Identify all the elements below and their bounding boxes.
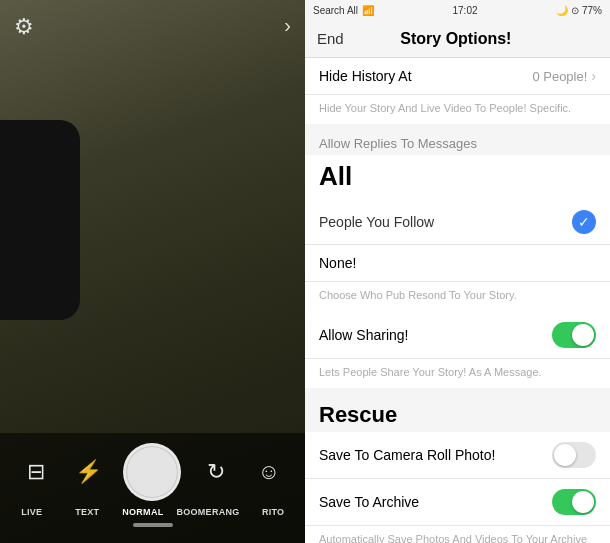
allow-sharing-desc: Lets People Share Your Story! As A Messa… xyxy=(305,359,610,388)
camera-dark-shape xyxy=(0,120,80,320)
shutter-inner xyxy=(127,447,177,497)
checkmark-icon: ✓ xyxy=(572,210,596,234)
forward-arrow-icon[interactable]: › xyxy=(284,14,291,37)
save-camera-roll-label: Save To Camera Roll Photo! xyxy=(319,447,495,463)
toggle-knob xyxy=(572,324,594,346)
swipe-indicator xyxy=(133,523,173,527)
save-archive-toggle[interactable] xyxy=(552,489,596,515)
status-left: Search All 📶 xyxy=(313,5,374,16)
search-all-label: Search All xyxy=(313,5,358,16)
allow-sharing-toggle[interactable] xyxy=(552,322,596,348)
people-you-follow-row[interactable]: People You Follow ✓ xyxy=(305,200,610,245)
camera-bottom-bar: ⊟ ⚡ ↻ ☺ LIVE TEXT NORMAL BOOMERANG RITO xyxy=(0,433,305,543)
allow-replies-header: Allow Replies To Messages xyxy=(305,124,610,155)
save-archive-row: Save To Archive xyxy=(305,479,610,526)
status-bar: Search All 📶 17:02 🌙 ⊙ 77% xyxy=(305,0,610,20)
hide-history-section: Hide History At 0 People! › Hide Your St… xyxy=(305,58,610,124)
archive-desc: Automatically Save Photos And Videos To … xyxy=(305,526,610,543)
status-right: 🌙 ⊙ 77% xyxy=(556,5,602,16)
grid-icon[interactable]: ⊟ xyxy=(18,454,54,490)
face-effects-icon[interactable]: ☺ xyxy=(251,454,287,490)
camera-mode-labels: LIVE TEXT NORMAL BOOMERANG RITO xyxy=(0,501,305,517)
mode-boomerang[interactable]: BOOMERANG xyxy=(176,507,239,517)
settings-panel: Search All 📶 17:02 🌙 ⊙ 77% End Story Opt… xyxy=(305,0,610,543)
mode-live[interactable]: LIVE xyxy=(10,507,54,517)
flip-camera-icon[interactable]: ↻ xyxy=(198,454,234,490)
lightning-icon[interactable]: ⚡ xyxy=(71,454,107,490)
page-title: Story Options! xyxy=(344,30,568,48)
allow-replies-section: Allow Replies To Messages All People You… xyxy=(305,124,610,311)
hide-history-desc: Hide Your Story And Live Video To People… xyxy=(305,95,610,124)
battery-percent: 77% xyxy=(582,5,602,16)
camera-icons-row: ⊟ ⚡ ↻ ☺ xyxy=(0,433,305,501)
mode-text[interactable]: TEXT xyxy=(65,507,109,517)
moon-icon: 🌙 xyxy=(556,5,568,16)
save-camera-roll-toggle[interactable] xyxy=(552,442,596,468)
toggle-knob-2 xyxy=(554,444,576,466)
allow-sharing-section: Allow Sharing! Lets People Share Your St… xyxy=(305,312,610,388)
none-label: None! xyxy=(319,255,356,271)
mode-normal[interactable]: NORMAL xyxy=(121,507,165,517)
mode-rito[interactable]: RITO xyxy=(251,507,295,517)
rescue-header: Rescue xyxy=(305,388,610,432)
rescue-options: Save To Camera Roll Photo! Save To Archi… xyxy=(305,432,610,543)
hide-history-label: Hide History At xyxy=(319,68,412,84)
nav-bar: End Story Options! xyxy=(305,20,610,58)
hide-history-row[interactable]: Hide History At 0 People! › xyxy=(305,58,610,95)
none-desc: Choose Who Pub Resond To Your Story. xyxy=(305,282,610,311)
hide-history-count: 0 People! xyxy=(532,69,587,84)
status-time: 17:02 xyxy=(452,5,477,16)
none-row[interactable]: None! xyxy=(305,245,610,282)
save-camera-roll-row: Save To Camera Roll Photo! xyxy=(305,432,610,479)
end-button[interactable]: End xyxy=(317,30,344,47)
wifi-icon: 📶 xyxy=(362,5,374,16)
allow-replies-selected: All xyxy=(305,155,610,200)
shutter-button[interactable] xyxy=(123,443,181,501)
rescue-section: Rescue Save To Camera Roll Photo! Save T… xyxy=(305,388,610,543)
chevron-right-icon: › xyxy=(591,68,596,84)
people-you-follow-label: People You Follow xyxy=(319,214,434,230)
allow-sharing-row: Allow Sharing! xyxy=(305,312,610,359)
save-archive-label: Save To Archive xyxy=(319,494,419,510)
toggle-knob-3 xyxy=(572,491,594,513)
allow-sharing-label: Allow Sharing! xyxy=(319,327,409,343)
hide-history-value: 0 People! › xyxy=(532,68,596,84)
gear-icon[interactable]: ⚙ xyxy=(14,14,34,40)
battery-icon: ⊙ xyxy=(571,5,579,16)
camera-panel: ⚙ › ⊟ ⚡ ↻ ☺ LIVE TEXT NORMAL BOOMERANG R… xyxy=(0,0,305,543)
